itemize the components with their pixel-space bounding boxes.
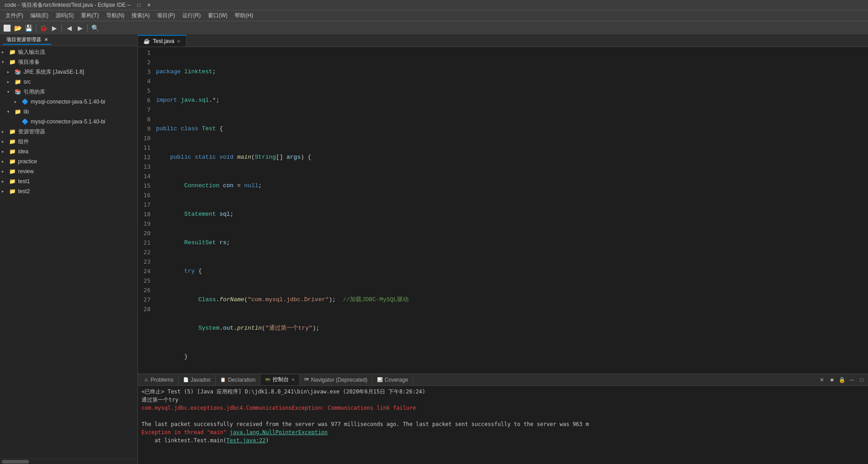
sidebar-tab-project-explorer[interactable]: 项目资源管理器 ✕ <box>3 35 52 45</box>
toolbar-run[interactable]: ▶ <box>49 23 59 33</box>
code-content: 12345 678910 1112131415 1617181920 21222… <box>138 47 868 374</box>
tree-arrow: ▸ <box>7 70 14 74</box>
console-scroll-lock[interactable]: 🔒 <box>837 375 846 384</box>
coverage-label: Coverage <box>385 377 408 383</box>
coverage-icon: 📊 <box>377 377 382 382</box>
menu-window[interactable]: 窗口(W) <box>204 11 231 20</box>
code-editor[interactable]: 12345 678910 1112131415 1617181920 21222… <box>138 47 868 374</box>
sidebar: 项目资源管理器 ✕ ▸ 📁 输入输出流 ▾ 📁 项目准备 ▸ 📚 JRE 系统库… <box>0 34 138 464</box>
toolbar-back[interactable]: ◀ <box>64 23 74 33</box>
sidebar-tab-bar: 项目资源管理器 ✕ <box>0 34 137 46</box>
toolbar-sep3 <box>87 24 88 32</box>
code-line-6: Statement sql; <box>154 209 868 219</box>
bottom-tab-problems[interactable]: ⚠ Problems <box>140 374 179 385</box>
menu-run[interactable]: 运行(R) <box>179 11 204 20</box>
tree-arrow: ▸ <box>2 139 9 144</box>
tree-item-practice[interactable]: ▸ 📁 practice <box>0 156 137 166</box>
close-button[interactable]: ✕ <box>146 2 152 8</box>
tree-item-mysql-connector-2[interactable]: 🔷 mysql-connector-java-5.1.40-bi <box>0 117 137 127</box>
tree-item-input-output[interactable]: ▸ 📁 输入输出流 <box>0 47 137 57</box>
menu-refactor[interactable]: 重构(T) <box>77 11 102 20</box>
folder-icon: 📁 <box>9 138 16 145</box>
null-pointer-link[interactable]: java.lang.NullPointerException <box>230 429 328 436</box>
tree-arrow: ▸ <box>2 129 9 134</box>
bottom-tab-declaration[interactable]: 📋 Declaration <box>216 374 260 385</box>
code-line-11: } <box>154 352 868 361</box>
tree-item-project-prepare[interactable]: ▾ 📁 项目准备 <box>0 57 137 67</box>
maximize-button[interactable]: □ <box>136 2 142 8</box>
tree-item-idea[interactable]: ▸ 📁 idea <box>0 147 137 156</box>
tree-item-referenced-libs[interactable]: ▾ 📚 引用的库 <box>0 87 137 97</box>
tree-item-test1[interactable]: ▸ 📁 test1 <box>0 176 137 186</box>
menu-project[interactable]: 项目(P) <box>153 11 179 20</box>
menu-edit[interactable]: 编辑(E) <box>27 11 52 20</box>
console-line-2: 通过第一个try <box>142 396 864 404</box>
menubar: 文件(F) 编辑(E) 源码(S) 重构(T) 导航(N) 搜索(A) 项目(P… <box>0 10 868 21</box>
scrollbar-thumb[interactable] <box>2 460 29 464</box>
toolbar: ⬜ 📂 💾 🐞 ▶ ◀ ▶ 🔍 <box>0 21 868 34</box>
menu-source[interactable]: 源码(S) <box>52 11 77 20</box>
toolbar-search[interactable]: 🔍 <box>90 23 100 33</box>
tab-close-button[interactable]: ✕ <box>177 39 180 44</box>
console-stop-button[interactable]: ■ <box>827 375 836 384</box>
code-line-1: package linktest; <box>154 67 868 76</box>
toolbar-forward[interactable]: ▶ <box>75 23 85 33</box>
toolbar-sep2 <box>61 24 62 32</box>
stack-trace-link[interactable]: Test.java:22 <box>226 437 266 444</box>
folder-icon: 📁 <box>14 79 22 85</box>
menu-search[interactable]: 搜索(A) <box>128 11 153 20</box>
navigator-label: Navigator (Deprecated) <box>311 377 368 383</box>
console-clear-button[interactable]: ✕ <box>817 375 826 384</box>
javadoc-icon: 📄 <box>183 377 189 382</box>
code-line-4: public static void main(String[] args) { <box>154 152 868 162</box>
sidebar-horizontal-scrollbar[interactable] <box>0 459 137 464</box>
bottom-tab-bar: ⚠ Problems 📄 Javadoc 📋 Declaration 📟 控制台… <box>138 374 868 386</box>
toolbar-new[interactable]: ⬜ <box>2 23 12 33</box>
console-icon: 📟 <box>265 377 270 382</box>
null-pointer-prefix: Exception in thread "main" <box>142 429 230 436</box>
titlebar-controls: ─ □ ✕ <box>126 2 152 8</box>
menu-file[interactable]: 文件(F) <box>2 11 27 20</box>
code-line-7: ResultSet rs; <box>154 238 868 247</box>
sidebar-tab-close[interactable]: ✕ <box>44 37 48 42</box>
panel-maximize[interactable]: □ <box>857 375 866 384</box>
tree-arrow: ▸ <box>2 189 9 194</box>
folder-icon: 📁 <box>9 168 16 175</box>
tree-item-review[interactable]: ▸ 📁 review <box>0 166 137 176</box>
panel-minimize[interactable]: ─ <box>847 375 856 384</box>
toolbar-save[interactable]: 💾 <box>24 23 33 33</box>
console-line-7: at linktest.Test.main(Test.java:22) <box>142 436 864 445</box>
tree-arrow: ▸ <box>14 99 22 104</box>
folder-icon: 📁 <box>9 128 16 135</box>
editor-area: ☕ Test.java ✕ 12345 678910 1112131415 16… <box>138 34 868 464</box>
code-line-5: Connection con = null; <box>154 181 868 190</box>
bottom-tab-navigator[interactable]: 🗺 Navigator (Deprecated) <box>300 374 373 385</box>
tree-item-test2[interactable]: ▸ 📁 test2 <box>0 186 137 196</box>
tree-item-component[interactable]: ▸ 📁 组件 <box>0 137 137 147</box>
tree-item-src[interactable]: ▸ 📁 src <box>0 77 137 87</box>
titlebar-title: code - 项目准备/src/linktest/Test.java - Ecl… <box>5 1 126 9</box>
menu-help[interactable]: 帮助(H) <box>231 11 257 20</box>
bottom-tab-coverage[interactable]: 📊 Coverage <box>373 374 413 385</box>
tree-item-mysql-connector-1[interactable]: ▸ 🔷 mysql-connector-java-5.1.40-bi <box>0 97 137 107</box>
tree-item-resource-manager[interactable]: ▸ 📁 资源管理器 <box>0 127 137 137</box>
main-layout: 项目资源管理器 ✕ ▸ 📁 输入输出流 ▾ 📁 项目准备 ▸ 📚 JRE 系统库… <box>0 34 868 464</box>
folder-icon: 📁 <box>9 49 16 55</box>
console-line-1: <已终止> Test (5) [Java 应用程序] D:\jdk1.8.0_2… <box>142 388 864 396</box>
tree-item-jre[interactable]: ▸ 📚 JRE 系统库 [JavaSE-1.8] <box>0 67 137 77</box>
menu-navigate[interactable]: 导航(N) <box>103 11 128 20</box>
problems-icon: ⚠ <box>144 377 148 382</box>
editor-tab-test-java[interactable]: ☕ Test.java ✕ <box>138 35 186 47</box>
bottom-tab-javadoc[interactable]: 📄 Javadoc <box>179 374 216 385</box>
console-line-3: com.mysql.jdbc.exceptions.jdbc4.Communic… <box>142 404 864 412</box>
toolbar-sep1 <box>36 24 36 32</box>
console-tab-close[interactable]: ✕ <box>291 377 295 382</box>
bottom-tab-console[interactable]: 📟 控制台 ✕ <box>260 374 300 385</box>
console-line-6: Exception in thread "main" java.lang.Nul… <box>142 428 864 436</box>
line-numbers: 12345 678910 1112131415 1617181920 21222… <box>138 47 154 374</box>
minimize-button[interactable]: ─ <box>126 2 132 8</box>
toolbar-debug[interactable]: 🐞 <box>38 23 48 33</box>
tree-item-lib[interactable]: ▾ 📁 lib <box>0 107 137 117</box>
toolbar-open[interactable]: 📂 <box>13 23 23 33</box>
navigator-icon: 🗺 <box>304 377 309 382</box>
